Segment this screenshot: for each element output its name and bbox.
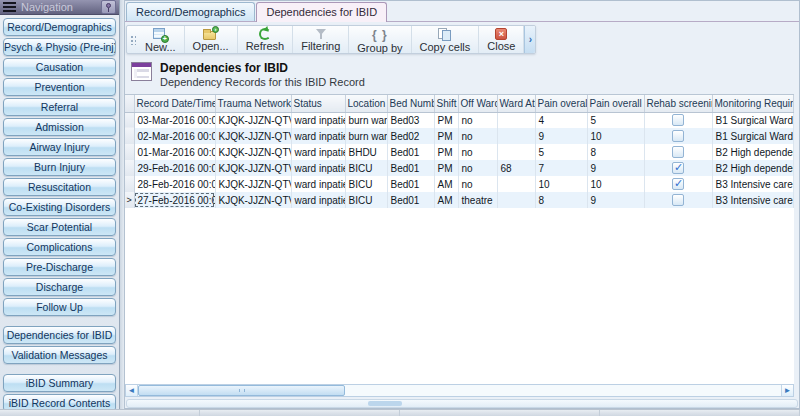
panel-title-block: Dependencies for IBID Dependency Records… [125, 56, 799, 94]
open-icon: › [203, 28, 218, 40]
column-header-off-ward[interactable]: Off Ward [458, 95, 497, 112]
ibid-application-window: Navigation Record/Demographics Psych & P… [0, 0, 800, 416]
tab-dependencies-for-ibid[interactable]: Dependencies for IBID [256, 2, 387, 22]
column-header-pain-overall-1[interactable]: Pain overall ( [535, 95, 587, 112]
column-header-monitoring-requirement[interactable]: Monitoring Requirement [712, 95, 794, 112]
filtering-button[interactable]: Filtering [293, 26, 349, 53]
column-header-bed-number[interactable]: Bed Number [387, 95, 434, 112]
filter-icon [315, 28, 327, 40]
sidebar-item-psych-physio[interactable]: Psych & Physio (Pre-inj) [3, 38, 116, 56]
navigation-sidebar: Navigation Record/Demographics Psych & P… [0, 0, 120, 409]
rehab-screening-checkbox[interactable] [672, 146, 684, 158]
table-row-selected[interactable]: > 27-Feb-2016 00:00 KJQK-JJZN-QTVA ward … [125, 192, 794, 208]
dependency-grid: Record Date/Time▽ Trauma Network ID Stat… [125, 95, 794, 208]
toolbar-overflow-button[interactable]: › [524, 26, 535, 53]
column-header-ward-atte[interactable]: Ward Atte [497, 95, 535, 112]
scroll-right-icon[interactable]: ► [781, 385, 793, 396]
sidebar-item-resuscitation[interactable]: Resuscitation [3, 178, 116, 196]
rehab-screening-checkbox[interactable] [672, 130, 684, 142]
page-subtitle: Dependency Records for this IBID Record [160, 76, 365, 88]
navigation-list: Record/Demographics Psych & Physio (Pre-… [0, 15, 119, 415]
tab-record-demographics[interactable]: Record/Demographics [126, 2, 255, 21]
sidebar-item-complications[interactable]: Complications [3, 238, 116, 256]
copy-cells-icon [438, 28, 452, 41]
rehab-screening-checkbox[interactable] [672, 194, 684, 206]
rehab-screening-checkbox[interactable] [672, 114, 684, 126]
panel-scrollbar-thumb[interactable] [368, 401, 402, 406]
sidebar-item-validation-messages[interactable]: Validation Messages [3, 346, 116, 364]
scrollbar-track[interactable] [345, 385, 781, 396]
focused-cell[interactable]: 27-Feb-2016 00:00 [134, 192, 215, 208]
sidebar-title: Navigation [21, 1, 101, 13]
sidebar-item-burn-injury[interactable]: Burn Injury [3, 158, 116, 176]
sidebar-item-co-existing-disorders[interactable]: Co-Existing Disorders [3, 198, 116, 216]
open-button[interactable]: › Open... [185, 26, 238, 53]
sidebar-item-ibid-summary[interactable]: iBID Summary [3, 374, 116, 392]
group-by-button[interactable]: { } Group by [349, 26, 411, 53]
scrollbar-thumb[interactable] [138, 385, 345, 396]
column-header-pain-overall-2[interactable]: Pain overall (hi [587, 95, 644, 112]
table-row[interactable]: 01-Mar-2016 00:00 KJQK-JJZN-QTVA ward in… [125, 144, 794, 160]
toolbar-row: + New... › Open... Refresh Filtering [125, 22, 799, 56]
toolbar: + New... › Open... Refresh Filtering [126, 25, 536, 54]
table-row[interactable]: 29-Feb-2016 00:00 KJQK-JJZN-QTVA ward in… [125, 160, 794, 176]
panel-horizontal-scrollbar[interactable] [126, 399, 798, 408]
sidebar-item-admission[interactable]: Admission [3, 118, 116, 136]
sidebar-item-referral[interactable]: Referral [3, 98, 116, 116]
sidebar-item-dependencies-for-ibid[interactable]: Dependencies for IBID [3, 326, 116, 344]
close-icon: × [495, 28, 507, 40]
column-header-rehab-screening[interactable]: Rehab screening p [644, 95, 712, 112]
table-row[interactable]: 28-Feb-2016 00:00 KJQK-JJZN-QTVA ward in… [125, 176, 794, 192]
table-row[interactable]: 03-Mar-2016 00:00 KJQK-JJZN-QTVA ward in… [125, 112, 794, 128]
rehab-screening-checkbox[interactable] [672, 178, 684, 190]
sidebar-item-scar-potential[interactable]: Scar Potential [3, 218, 116, 236]
pin-icon [106, 3, 111, 8]
pin-button[interactable] [101, 0, 116, 14]
sidebar-item-pre-discharge[interactable]: Pre-Discharge [3, 258, 116, 276]
dependency-grid-area: Record Date/Time▽ Trauma Network ID Stat… [125, 94, 794, 384]
close-button[interactable]: × Close [479, 26, 524, 53]
group-by-icon: { } [372, 28, 388, 42]
table-row[interactable]: 02-Mar-2016 00:00 KJQK-JJZN-QTVA ward in… [125, 128, 794, 144]
column-header-location[interactable]: Location [345, 95, 387, 112]
copy-cells-button[interactable]: Copy cells [412, 26, 480, 53]
rehab-screening-checkbox[interactable] [672, 162, 684, 174]
new-icon: + [153, 28, 168, 41]
tab-strip: Record/Demographics Dependencies for IBI… [125, 1, 799, 22]
row-selector-header [125, 95, 134, 112]
refresh-button[interactable]: Refresh [238, 26, 294, 53]
navigation-header: Navigation [0, 0, 119, 15]
row-selector-current: > [125, 192, 134, 208]
sidebar-item-prevention[interactable]: Prevention [3, 78, 116, 96]
sidebar-item-record-demographics[interactable]: Record/Demographics [3, 18, 116, 36]
form-icon [131, 62, 152, 81]
new-button[interactable]: + New... [137, 26, 185, 53]
column-header-record-datetime[interactable]: Record Date/Time▽ [134, 95, 215, 112]
window-bottom-edge [0, 409, 800, 416]
toolbar-grip[interactable] [129, 34, 136, 45]
refresh-icon [259, 28, 271, 40]
grid-horizontal-scrollbar[interactable]: ◄ ► [125, 384, 794, 397]
grid-header-row: Record Date/Time▽ Trauma Network ID Stat… [125, 95, 794, 112]
column-header-status[interactable]: Status [291, 95, 345, 112]
scroll-left-icon[interactable]: ◄ [126, 385, 138, 396]
page-title: Dependencies for IBID [160, 61, 365, 75]
main-panel: Record/Demographics Dependencies for IBI… [125, 0, 800, 409]
column-header-shift[interactable]: Shift [434, 95, 458, 112]
sidebar-item-discharge[interactable]: Discharge [3, 278, 116, 296]
column-header-trauma-network-id[interactable]: Trauma Network ID [215, 95, 291, 112]
sidebar-item-causation[interactable]: Causation [3, 58, 116, 76]
sidebar-item-follow-up[interactable]: Follow Up [3, 298, 116, 316]
menu-icon[interactable] [3, 2, 16, 12]
sidebar-item-airway-injury[interactable]: Airway Injury [3, 138, 116, 156]
